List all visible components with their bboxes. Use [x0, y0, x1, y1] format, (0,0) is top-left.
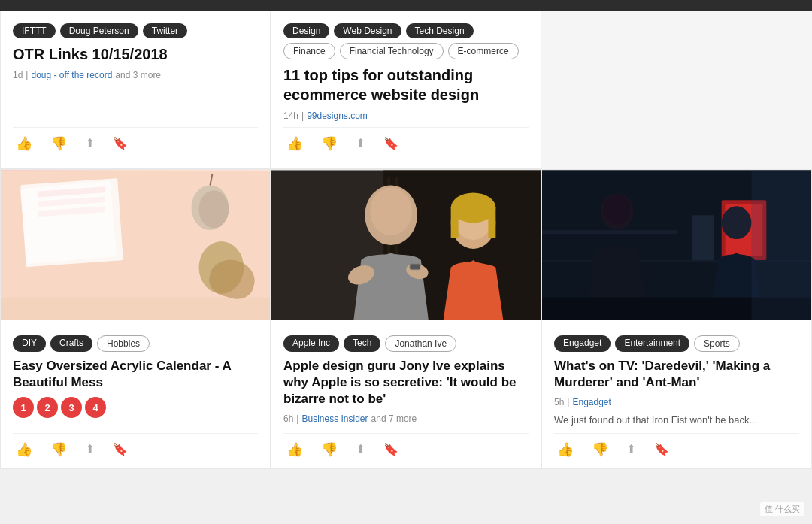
- tag-engadget[interactable]: Engadget: [554, 335, 611, 352]
- share-button-6[interactable]: ⬆: [623, 440, 639, 459]
- card-1-meta: 1d | doug - off the record and 3 more: [13, 70, 258, 80]
- share-button-5[interactable]: ⬆: [353, 440, 368, 459]
- upvote-button-2[interactable]: 👍: [283, 134, 306, 153]
- card-6-meta: 5h | Engadget: [554, 397, 799, 407]
- upvote-button[interactable]: 👍: [13, 134, 35, 153]
- card-5-more: and 7 more: [371, 413, 417, 424]
- tag-crafts[interactable]: Crafts: [50, 335, 92, 352]
- svg-rect-9: [1, 298, 270, 320]
- card-4-tags: DIY Crafts Hobbies: [13, 335, 258, 352]
- card-5-meta: 6h | Business Insider and 7 more: [283, 413, 529, 424]
- card-6-time: 5h: [554, 397, 564, 407]
- card-daredevil: Engadget Entertainment Sports What's on …: [541, 169, 812, 469]
- card-2-actions: 👍 👎 ⬆ 🔖: [283, 127, 529, 156]
- tag-diy[interactable]: DIY: [13, 335, 46, 352]
- card-1-more: and 3 more: [115, 70, 161, 80]
- svg-rect-23: [410, 264, 420, 270]
- upvote-button-4[interactable]: 👍: [13, 440, 35, 459]
- card-6-image: [542, 170, 811, 320]
- card-6-description: We just found out that Iron Fist won't b…: [554, 413, 799, 427]
- svg-rect-21: [451, 207, 459, 238]
- downvote-button-5[interactable]: 👎: [318, 440, 341, 459]
- card-5-content: Apple Inc Tech Jonathan Ive Apple design…: [271, 326, 541, 468]
- upvote-button-6[interactable]: 👍: [554, 440, 577, 459]
- avatar-3[interactable]: 3: [61, 397, 82, 418]
- card-5-source-link[interactable]: Business Insider: [301, 413, 368, 424]
- tag-tech[interactable]: Tech: [344, 335, 380, 352]
- card-diy: DIY Crafts Hobbies Easy Oversized Acryli…: [0, 169, 271, 469]
- svg-rect-26: [542, 230, 677, 234]
- tag-twitter[interactable]: Twitter: [143, 23, 187, 38]
- bookmark-button-2[interactable]: 🔖: [380, 134, 401, 153]
- card-5-actions: 👍 👎 ⬆ 🔖: [283, 433, 529, 462]
- card-4-actions: 👍 👎 ⬆ 🔖: [13, 433, 258, 462]
- share-button-4[interactable]: ⬆: [82, 440, 98, 459]
- card-2-source-link[interactable]: 99designs.com: [307, 111, 368, 121]
- svg-rect-28: [692, 215, 714, 260]
- card-1-actions: 👍 👎 ⬆ 🔖: [13, 127, 258, 156]
- share-button[interactable]: ⬆: [82, 134, 98, 153]
- bookmark-button-6[interactable]: 🔖: [651, 440, 672, 459]
- card-6-source-link[interactable]: Engadget: [572, 397, 611, 407]
- downvote-button-6[interactable]: 👎: [589, 440, 611, 459]
- top-bar: [0, 0, 812, 11]
- tag-financial-technology[interactable]: Financial Technology: [340, 43, 444, 59]
- card-6-tags: Engadget Entertainment Sports: [554, 335, 799, 352]
- bookmark-button[interactable]: 🔖: [110, 134, 131, 153]
- tag-doug-peterson[interactable]: Doug Peterson: [60, 23, 138, 38]
- bookmark-button-4[interactable]: 🔖: [110, 440, 131, 459]
- card-6-actions: 👍 👎 ⬆ 🔖: [554, 433, 799, 462]
- svg-rect-4: [38, 206, 106, 217]
- share-button-2[interactable]: ⬆: [353, 134, 368, 153]
- card-1-source-link[interactable]: doug - off the record: [31, 70, 112, 80]
- card-5-image: [271, 170, 541, 320]
- main-grid: IFTTT Doug Peterson Twitter OTR Links 10…: [0, 11, 812, 469]
- card-2-meta: 14h | 99designs.com: [283, 111, 529, 121]
- downvote-button[interactable]: 👎: [47, 134, 70, 153]
- tag-ecommerce[interactable]: E-commerce: [448, 43, 519, 59]
- tag-ifttt[interactable]: IFTTT: [13, 23, 56, 38]
- svg-point-8: [199, 241, 244, 294]
- tag-web-design[interactable]: Web Design: [334, 23, 401, 38]
- tag-design[interactable]: Design: [283, 23, 329, 38]
- tag-tech-design[interactable]: Tech Design: [406, 23, 474, 38]
- svg-rect-35: [751, 171, 811, 320]
- svg-rect-1: [20, 178, 123, 267]
- card-otr-links: IFTTT Doug Peterson Twitter OTR Links 10…: [0, 11, 271, 169]
- avatar-1[interactable]: 1: [13, 397, 34, 418]
- card-1-tags: IFTTT Doug Peterson Twitter: [13, 23, 258, 38]
- svg-rect-2: [38, 186, 106, 197]
- card-4-content: DIY Crafts Hobbies Easy Oversized Acryli…: [1, 326, 270, 468]
- tag-hobbies[interactable]: Hobbies: [97, 335, 150, 352]
- svg-rect-3: [38, 196, 106, 207]
- upvote-button-5[interactable]: 👍: [283, 440, 306, 459]
- card-2-title[interactable]: 11 top tips for outstanding ecommerce we…: [283, 65, 529, 104]
- avatar-4[interactable]: 4: [85, 397, 106, 418]
- card-ecommerce: Design Web Design Tech Design Finance Fi…: [271, 11, 541, 169]
- tag-apple-inc[interactable]: Apple Inc: [283, 335, 339, 352]
- tag-sports[interactable]: Sports: [694, 335, 740, 352]
- svg-point-32: [604, 194, 631, 224]
- card-1-title[interactable]: OTR Links 10/15/2018: [13, 44, 258, 64]
- card-6-content: Engadget Entertainment Sports What's on …: [542, 326, 811, 468]
- card-4-avatars: 1 2 3 4: [13, 397, 258, 418]
- tag-jonathan-ive[interactable]: Jonathan Ive: [385, 335, 456, 352]
- card-4-image: [1, 170, 270, 320]
- downvote-button-2[interactable]: 👎: [318, 134, 341, 153]
- card-apple: Apple Inc Tech Jonathan Ive Apple design…: [271, 169, 541, 469]
- card-2-time: 14h: [283, 111, 298, 121]
- card-6-title[interactable]: What's on TV: 'Daredevil,' 'Making a Mur…: [554, 358, 799, 391]
- card-2-tags: Design Web Design Tech Design Finance Fi…: [283, 23, 529, 59]
- tag-entertainment[interactable]: Entertainment: [615, 335, 689, 352]
- downvote-button-4[interactable]: 👎: [47, 440, 70, 459]
- svg-rect-22: [488, 207, 495, 238]
- tag-finance[interactable]: Finance: [283, 43, 335, 59]
- card-empty: [541, 11, 812, 169]
- card-1-time: 1d: [13, 70, 23, 80]
- card-5-title[interactable]: Apple design guru Jony Ive explains why …: [283, 358, 529, 407]
- card-5-tags: Apple Inc Tech Jonathan Ive: [283, 335, 529, 352]
- svg-point-33: [722, 206, 752, 239]
- avatar-2[interactable]: 2: [37, 397, 58, 418]
- bookmark-button-5[interactable]: 🔖: [380, 440, 401, 459]
- card-4-title[interactable]: Easy Oversized Acrylic Calendar - A Beau…: [13, 358, 258, 391]
